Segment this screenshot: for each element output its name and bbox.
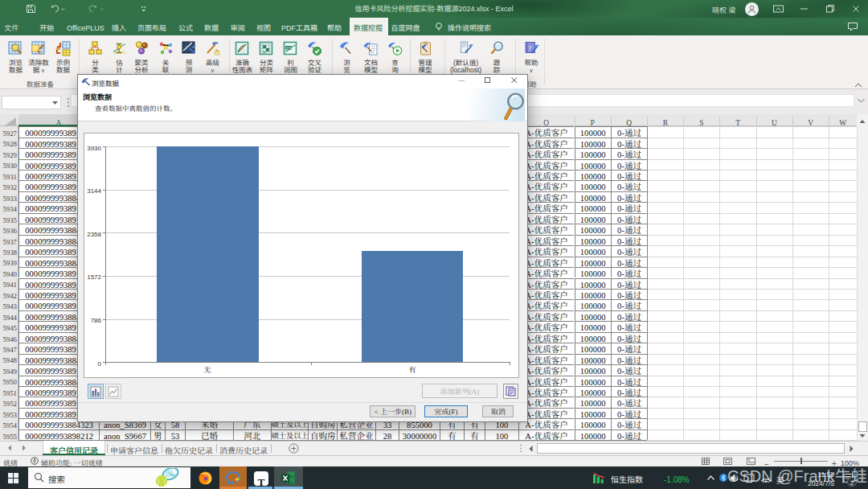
svg-text:?: ? [528, 44, 531, 52]
svg-text:SYS: SYS [286, 47, 293, 50]
